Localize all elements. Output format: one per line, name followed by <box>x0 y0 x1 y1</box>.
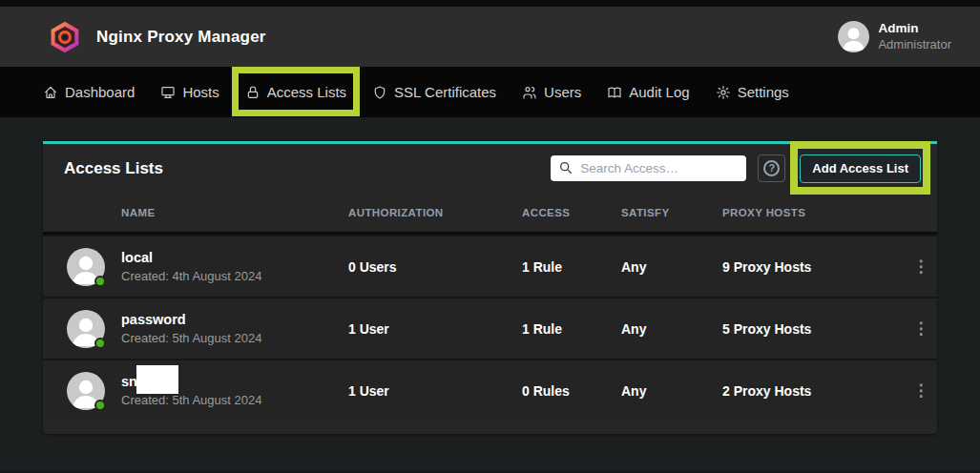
nav-item-label: Settings <box>738 84 789 100</box>
column-header-name: NAME <box>43 207 348 218</box>
proxy-hosts-value: 5 Proxy Hosts <box>722 321 905 337</box>
table-row[interactable]: local Created: 4th August 2024 0 Users 1… <box>43 235 937 297</box>
access-lists-panel: Access Lists ? Add Access List NAME AUTH… <box>43 141 937 434</box>
access-list-name: password <box>121 312 186 328</box>
lock-icon <box>245 85 261 100</box>
nav-item-label: Hosts <box>182 84 219 100</box>
search-input[interactable] <box>551 155 746 181</box>
nav-item-dashboard[interactable]: Dashboard <box>43 84 135 100</box>
table-row[interactable]: sn Created: 5th August 2024 1 User 0 Rul… <box>43 359 937 421</box>
shield-icon <box>372 85 387 100</box>
satisfy-value: Any <box>621 321 722 337</box>
help-icon: ? <box>763 160 780 176</box>
satisfy-value: Any <box>621 383 722 399</box>
monitor-icon <box>160 85 176 100</box>
access-value: 0 Rules <box>522 383 621 399</box>
search-box <box>551 155 746 181</box>
created-date: Created: 4th August 2024 <box>121 270 261 284</box>
avatar <box>67 310 105 348</box>
nav-item-label: Audit Log <box>629 84 689 100</box>
redaction-box <box>136 365 178 394</box>
created-date: Created: 5th August 2024 <box>121 394 261 408</box>
nav-item-ssl-certificates[interactable]: SSL Certificates <box>372 84 496 100</box>
nav-item-users[interactable]: Users <box>522 84 581 100</box>
created-date: Created: 5th August 2024 <box>121 332 261 346</box>
users-icon <box>522 85 537 100</box>
nav-item-hosts[interactable]: Hosts <box>160 84 219 100</box>
column-header-satisfy: SATISFY <box>621 207 722 218</box>
authorization-value: 1 User <box>348 383 522 399</box>
online-dot <box>94 338 106 349</box>
app-title: Nginx Proxy Manager <box>96 28 266 47</box>
row-menu-kebab-icon[interactable]: ⋮ <box>907 320 934 337</box>
add-access-list-button[interactable]: Add Access List <box>800 154 921 183</box>
avatar <box>67 372 105 410</box>
proxy-hosts-value: 2 Proxy Hosts <box>722 383 905 399</box>
help-button[interactable]: ? <box>758 154 785 182</box>
top-bar: Nginx Proxy Manager Admin Administrator <box>0 0 980 67</box>
row-menu-kebab-icon[interactable]: ⋮ <box>907 382 934 399</box>
book-icon <box>607 85 622 100</box>
panel-header: Access Lists ? Add Access List <box>43 144 937 193</box>
nav-item-label: Dashboard <box>65 84 135 100</box>
nav-item-audit-log[interactable]: Audit Log <box>607 84 689 100</box>
access-value: 1 Rule <box>522 321 621 337</box>
nav-item-label: Users <box>544 84 581 100</box>
app-logo-icon <box>48 20 82 54</box>
authorization-value: 1 User <box>348 321 522 337</box>
page-content: Access Lists ? Add Access List NAME AUTH… <box>0 117 980 434</box>
search-icon <box>558 160 573 179</box>
access-value: 1 Rule <box>522 259 621 275</box>
panel-title: Access Lists <box>64 159 163 178</box>
column-header-proxy-hosts: PROXY HOSTS <box>722 207 905 218</box>
column-header-access: ACCESS <box>522 207 621 218</box>
nav-item-settings[interactable]: Settings <box>716 84 789 100</box>
column-header-authorization: AUTHORIZATION <box>348 207 522 218</box>
row-menu-kebab-icon[interactable]: ⋮ <box>907 258 934 275</box>
online-dot <box>94 276 106 287</box>
avatar <box>67 248 105 286</box>
table-row[interactable]: password Created: 5th August 2024 1 User… <box>43 297 937 359</box>
satisfy-value: Any <box>621 259 722 275</box>
home-icon <box>43 85 58 100</box>
table-header-row: NAME AUTHORIZATION ACCESS SATISFY PROXY … <box>43 193 937 235</box>
authorization-value: 0 Users <box>348 259 522 275</box>
gear-icon <box>716 85 731 100</box>
nav-item-label: SSL Certificates <box>394 84 496 100</box>
nav-item-access-lists[interactable]: Access Lists <box>245 84 346 100</box>
access-list-name: local <box>121 250 153 266</box>
user-role: Administrator <box>878 37 951 52</box>
online-dot <box>94 400 106 411</box>
user-avatar <box>838 21 869 52</box>
nav-item-label: Access Lists <box>267 84 346 100</box>
access-list-name: sn <box>121 374 137 390</box>
proxy-hosts-value: 9 Proxy Hosts <box>722 259 905 275</box>
user-name: Admin <box>878 21 951 37</box>
user-menu[interactable]: Admin Administrator <box>838 21 951 52</box>
main-nav: Dashboard Hosts Access Lists SSL Certifi… <box>0 67 980 117</box>
